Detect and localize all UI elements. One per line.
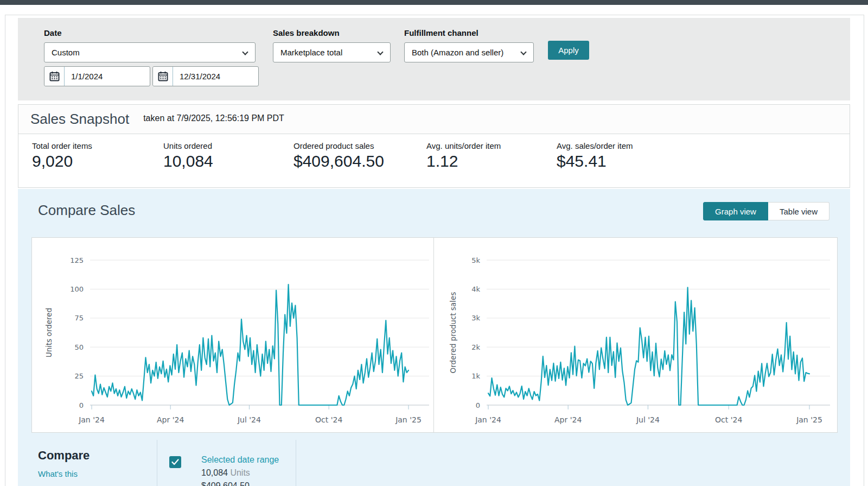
svg-text:Jan '24: Jan '24 (78, 415, 105, 424)
svg-text:Jan '25: Jan '25 (796, 415, 822, 424)
snapshot-timestamp: taken at 7/9/2025, 12:56:19 PM PDT (143, 113, 284, 123)
compare-legend-title: Compare (38, 449, 90, 463)
svg-text:0: 0 (476, 401, 480, 409)
svg-text:25: 25 (74, 372, 84, 380)
svg-text:0: 0 (79, 401, 84, 409)
metric-units-ordered: Units ordered 10,084 (163, 141, 213, 171)
compare-sales-title: Compare Sales (38, 202, 135, 219)
sales-breakdown-select[interactable]: Marketplace total (273, 42, 391, 62)
chevron-down-icon (520, 49, 526, 55)
svg-text:Apr '24: Apr '24 (157, 415, 184, 424)
legend-selected-date-range: Selected date range 10,084 Units $409,60… (157, 440, 296, 486)
whats-this-link[interactable]: What's this (38, 469, 78, 478)
view-toggle: Graph view Table view (703, 202, 829, 220)
sales-breakdown-select-value: Marketplace total (280, 48, 342, 57)
svg-text:1k: 1k (471, 372, 480, 380)
svg-text:Oct '24: Oct '24 (315, 415, 342, 424)
metric-avg-units-order-item: Avg. units/order item 1.12 (426, 141, 501, 171)
svg-text:4k: 4k (471, 285, 480, 293)
calendar-icon[interactable] (153, 67, 173, 86)
fulfillment-channel-select[interactable]: Both (Amazon and seller) (404, 42, 534, 62)
ordered-product-sales-chart[interactable]: 01k2k3k4k5kJan '24Apr '24Jul '24Oct '24J… (434, 238, 838, 433)
chevron-down-icon (242, 49, 248, 55)
legend-series-label: Selected date range (201, 455, 296, 465)
start-date-value: 1/1/2024 (65, 67, 103, 86)
svg-text:Oct '24: Oct '24 (715, 415, 742, 424)
selected-date-range-checkbox[interactable] (169, 456, 181, 468)
svg-text:50: 50 (74, 343, 84, 351)
legend-units-value: 10,084 Units (201, 468, 296, 478)
end-date-value: 12/31/2024 (173, 67, 220, 86)
svg-text:5k: 5k (471, 256, 480, 264)
ordered-product-sales-chart-panel: 01k2k3k4k5kJan '24Apr '24Jul '24Oct '24J… (433, 237, 838, 433)
compare-sales-section: Compare Sales Graph view Table view 0255… (18, 189, 850, 486)
fulfillment-channel-select-value: Both (Amazon and seller) (412, 48, 503, 57)
svg-text:Jul '24: Jul '24 (237, 415, 261, 424)
top-bar (0, 0, 868, 5)
chevron-down-icon (377, 49, 383, 55)
metric-ordered-product-sales: Ordered product sales $409,604.50 (293, 141, 384, 171)
sales-snapshot-title: Sales Snapshot (30, 111, 129, 128)
date-filter-label: Date (44, 28, 62, 37)
units-ordered-chart[interactable]: 0255075100125Jan '24Apr '24Jul '24Oct '2… (32, 238, 435, 433)
svg-text:100: 100 (70, 285, 84, 293)
apply-button[interactable]: Apply (548, 41, 589, 60)
charts-row: 0255075100125Jan '24Apr '24Jul '24Oct '2… (31, 237, 838, 433)
legend-sales-value: $409,604.50 (201, 481, 296, 486)
svg-text:Ordered product sales: Ordered product sales (449, 292, 457, 374)
svg-text:Jan '25: Jan '25 (395, 415, 422, 424)
svg-text:125: 125 (70, 256, 84, 264)
svg-text:Units ordered: Units ordered (44, 308, 53, 357)
fulfillment-channel-label: Fulfillment channel (404, 28, 478, 37)
svg-text:2k: 2k (471, 343, 480, 351)
sales-snapshot-section: Sales Snapshot taken at 7/9/2025, 12:56:… (18, 104, 850, 188)
graph-view-button[interactable]: Graph view (703, 202, 768, 220)
metric-avg-sales-order-item: Avg. sales/order item $45.41 (557, 141, 633, 171)
start-date-input[interactable]: 1/1/2024 (44, 66, 150, 86)
svg-text:Apr '24: Apr '24 (554, 415, 582, 424)
sales-snapshot-header: Sales Snapshot taken at 7/9/2025, 12:56:… (18, 105, 850, 134)
svg-text:Jul '24: Jul '24 (636, 415, 660, 424)
end-date-input[interactable]: 12/31/2024 (152, 66, 259, 86)
metric-total-order-items: Total order items 9,020 (32, 141, 92, 171)
svg-text:Jan '24: Jan '24 (475, 415, 501, 424)
date-range-select[interactable]: Custom (44, 42, 256, 62)
table-view-button[interactable]: Table view (768, 202, 829, 220)
date-range-select-value: Custom (52, 48, 80, 57)
sales-breakdown-label: Sales breakdown (273, 28, 340, 37)
snapshot-metrics-row: Total order items 9,020 Units ordered 10… (18, 134, 850, 187)
svg-text:75: 75 (74, 314, 84, 322)
filters-panel: Date Custom 1/1/2024 12/31/2024 Sales br… (18, 18, 850, 100)
units-ordered-chart-panel: 0255075100125Jan '24Apr '24Jul '24Oct '2… (31, 237, 434, 433)
svg-text:3k: 3k (471, 314, 480, 322)
calendar-icon[interactable] (44, 67, 65, 86)
